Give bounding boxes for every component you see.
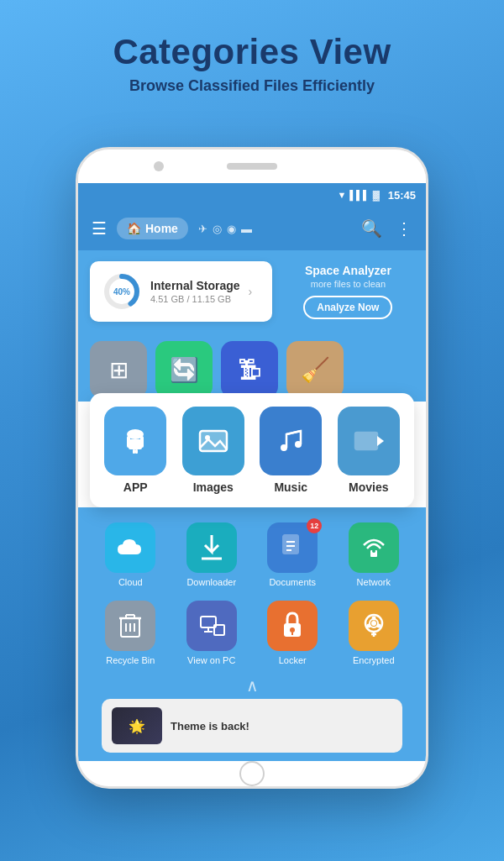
svg-point-14: [295, 441, 302, 448]
popup-item-images[interactable]: Images: [178, 407, 249, 494]
brush-icon: 🧹: [301, 356, 330, 384]
status-time: 15:45: [388, 189, 416, 202]
analyzer-sub: more files to clean: [282, 279, 414, 289]
storage-info: Internal Storage 4.51 GB / 11.15 GB: [150, 279, 240, 304]
popup-grid: APP Images: [100, 407, 404, 494]
cat-icon-4[interactable]: 🧹: [286, 341, 344, 398]
svg-point-45: [366, 624, 370, 628]
categories-bg-row: ⊞ 🔄 🗜 🧹: [78, 333, 426, 402]
svg-point-6: [129, 442, 133, 445]
network-item[interactable]: Network: [340, 522, 407, 587]
locker-label: Locker: [279, 655, 307, 665]
locker-item[interactable]: Locker: [259, 601, 326, 665]
svg-line-15: [286, 431, 301, 434]
hamburger-button[interactable]: ☰: [88, 215, 110, 242]
signal-icon: ▌▌▌: [349, 190, 369, 200]
news-text: Theme is back!: [171, 720, 249, 732]
popup-item-movies[interactable]: Movies: [333, 407, 405, 494]
app-bar: ☰ 🏠 Home ✈ ◎ ◉ ▬ 🔍 ⋮: [78, 207, 426, 250]
news-card[interactable]: 🌟 Theme is back!: [102, 699, 402, 753]
cloud-icon-box: [105, 522, 155, 573]
svg-rect-16: [355, 433, 377, 449]
phone-body: ▼ ▌▌▌ ▓ 15:45 ☰ 🏠 Home ✈ ◎ ◉ ▬: [76, 147, 428, 789]
locker-icon-box: [267, 601, 318, 651]
chevron-up-icon[interactable]: ∧: [246, 675, 259, 696]
nav-icon-3[interactable]: ◉: [227, 223, 236, 235]
search-button[interactable]: 🔍: [358, 215, 386, 242]
svg-point-46: [371, 621, 376, 626]
storage-percent: 40%: [113, 287, 130, 297]
documents-label: Documents: [269, 577, 316, 587]
phone-home-button[interactable]: [239, 761, 265, 786]
outer-container: Categories View Browse Classified Files …: [0, 0, 504, 861]
phone-top-bar: [78, 150, 426, 183]
breadcrumb-label: Home: [145, 222, 178, 235]
downloader-icon-box: [186, 522, 237, 573]
svg-rect-9: [135, 449, 138, 454]
refresh-icon: 🔄: [170, 356, 199, 384]
analyzer-section: Space Analyzer more files to clean Analy…: [282, 260, 414, 323]
svg-marker-17: [377, 436, 384, 446]
recycle-bin-label: Recycle Bin: [106, 655, 155, 665]
storage-card[interactable]: 40% Internal Storage 4.51 GB / 11.15 GB …: [90, 261, 272, 322]
page-subtitle: Browse Classified Files Efficiently: [113, 77, 391, 95]
movies-icon: [338, 407, 400, 475]
images-label: Images: [193, 480, 234, 494]
recycle-bin-icon-box: [105, 601, 155, 651]
popup-item-music[interactable]: Music: [255, 407, 327, 494]
svg-point-43: [371, 617, 375, 621]
more-button[interactable]: ⋮: [392, 215, 416, 242]
nav-icon-2[interactable]: ◎: [213, 223, 222, 235]
app-icon: [104, 407, 166, 475]
view-on-pc-label: View on PC: [187, 655, 235, 665]
status-bar: ▼ ▌▌▌ ▓ 15:45: [78, 183, 426, 207]
downloader-label: Downloader: [186, 577, 236, 587]
nav-icons: ✈ ◎ ◉ ▬: [198, 223, 252, 235]
view-on-pc-item[interactable]: View on PC: [178, 601, 245, 665]
zip-icon: 🗜: [238, 356, 261, 384]
status-icons: ▼ ▌▌▌ ▓: [337, 190, 379, 200]
cat-icon-2[interactable]: 🔄: [155, 341, 213, 398]
documents-icon-box: 12: [267, 522, 318, 573]
battery-icon: ▓: [373, 190, 380, 200]
nav-icon-1[interactable]: ✈: [198, 223, 207, 235]
home-icon: 🏠: [127, 222, 141, 235]
breadcrumb[interactable]: 🏠 Home: [117, 218, 188, 239]
phone-bottom-bar: [78, 761, 426, 786]
nav-icon-4[interactable]: ▬: [241, 223, 252, 235]
storage-section: 40% Internal Storage 4.51 GB / 11.15 GB …: [78, 250, 426, 333]
analyze-button[interactable]: Analyze Now: [303, 296, 392, 319]
analyzer-title: Space Analyzer: [282, 264, 414, 277]
cloud-label: Cloud: [118, 577, 143, 587]
bottom-rows: Cloud Downloader: [78, 507, 426, 761]
storage-arrow-icon: ›: [249, 285, 253, 298]
network-icon-box: [349, 522, 399, 573]
documents-item[interactable]: 12 Documents: [259, 522, 326, 587]
svg-rect-10: [200, 431, 227, 451]
news-headline: Theme is back!: [171, 720, 249, 732]
encrypted-item[interactable]: Encrypted: [340, 601, 407, 665]
svg-point-44: [376, 624, 381, 628]
storage-donut: 40%: [102, 271, 142, 312]
popup-item-app[interactable]: APP: [100, 407, 171, 494]
icon-row-1: Cloud Downloader: [90, 516, 414, 594]
svg-point-24: [372, 549, 375, 553]
images-icon: [182, 407, 244, 475]
documents-badge: 12: [307, 518, 322, 533]
wifi-icon: ▼: [337, 190, 346, 200]
header-section: Categories View Browse Classified Files …: [113, 0, 391, 105]
music-icon: [260, 407, 322, 475]
storage-usage: 4.51 GB / 11.15 GB: [150, 294, 240, 304]
svg-point-39: [290, 627, 295, 633]
view-on-pc-icon-box: [186, 601, 237, 651]
cat-icon-3[interactable]: 🗜: [221, 341, 278, 398]
downloader-item[interactable]: Downloader: [178, 522, 245, 587]
network-label: Network: [357, 577, 391, 587]
cloud-item[interactable]: Cloud: [97, 522, 164, 587]
recycle-bin-item[interactable]: Recycle Bin: [97, 601, 164, 665]
svg-point-7: [138, 442, 141, 445]
movies-label: Movies: [349, 480, 388, 494]
cat-icon-1[interactable]: ⊞: [90, 341, 147, 398]
popup-panel: APP Images: [90, 393, 414, 507]
encrypted-label: Encrypted: [353, 655, 395, 665]
